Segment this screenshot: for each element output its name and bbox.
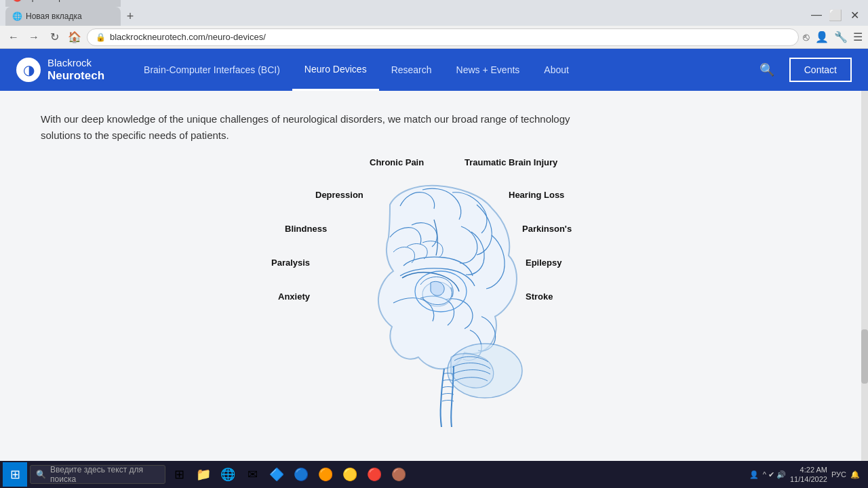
tab-label-4: Просмотр темы - С bbox=[26, 0, 102, 2]
tab-favicon-4: 🔴 bbox=[12, 0, 22, 2]
notifications-button[interactable]: 🔔 bbox=[850, 470, 860, 479]
search-placeholder: Введите здесь текст для поиска bbox=[50, 465, 159, 484]
scrollbar[interactable] bbox=[861, 91, 868, 488]
logo-icon: ◑ bbox=[16, 58, 41, 82]
explorer-icon[interactable]: 📁 bbox=[193, 464, 214, 485]
nav-item-bci[interactable]: Brain-Computer Interfaces (BCI) bbox=[132, 49, 292, 91]
nav-item-research[interactable]: Research bbox=[379, 49, 444, 91]
extensions-icon[interactable]: 🔧 bbox=[834, 30, 848, 43]
url-bar[interactable]: 🔒 blackrockneurotech.com/neuro-devices/ bbox=[87, 28, 799, 46]
browser-icon[interactable]: 🌐 bbox=[217, 464, 239, 485]
brain-illustration bbox=[302, 171, 559, 428]
close-button[interactable]: ✕ bbox=[846, 9, 863, 22]
profile-icon[interactable]: 👤 bbox=[815, 30, 829, 43]
browser-tab-4[interactable]: 🔴 Просмотр темы - С ✕ bbox=[5, 0, 121, 7]
condition-chronic-pain: Chronic Pain bbox=[370, 157, 424, 167]
nav-item-neuro-devices[interactable]: Neuro Devices bbox=[292, 49, 379, 91]
forward-button[interactable]: → bbox=[26, 31, 42, 43]
vs-icon[interactable]: 🔷 bbox=[266, 464, 288, 485]
app3-icon[interactable]: 🔴 bbox=[363, 464, 385, 485]
toolbar-icons: ⎋ 👤 🔧 ☰ bbox=[803, 30, 863, 43]
website-content: ◑ Blackrock Neurotech Brain-Computer Int… bbox=[0, 49, 868, 488]
share-icon[interactable]: ⎋ bbox=[803, 31, 810, 43]
tabs-container: 🌐 Internet Multi-Sear... ✕🔵 Blackrock Ne… bbox=[5, 4, 808, 26]
nav-item-about[interactable]: About bbox=[532, 49, 581, 91]
logo[interactable]: ◑ Blackrock Neurotech bbox=[16, 57, 104, 83]
home-button[interactable]: 🏠 bbox=[66, 30, 83, 43]
scrollbar-thumb[interactable] bbox=[861, 329, 868, 384]
taskview-icon[interactable]: ⊞ bbox=[168, 464, 190, 485]
taskbar-search[interactable]: 🔍 Введите здесь текст для поиска bbox=[30, 465, 165, 484]
lock-icon: 🔒 bbox=[96, 33, 106, 42]
system-icons: ^ ✔ 🔊 bbox=[763, 470, 786, 479]
nav-item-news-events[interactable]: News + Events bbox=[444, 49, 532, 91]
tab-label-5: Новая вкладка bbox=[26, 12, 114, 21]
notification-icon[interactable]: 👤 bbox=[749, 470, 759, 479]
ie-icon[interactable]: 🔵 bbox=[290, 464, 312, 485]
brain-diagram-area: Chronic Pain Traumatic Brain Injury Depr… bbox=[41, 157, 827, 428]
main-content: With our deep knowledge of the unique ch… bbox=[0, 91, 868, 488]
search-icon: 🔍 bbox=[36, 470, 46, 479]
menu-icon[interactable]: ☰ bbox=[853, 30, 863, 43]
app1-icon[interactable]: 🟠 bbox=[315, 464, 336, 485]
taskbar-time: 4:22 AM 11/14/2022 bbox=[790, 465, 827, 485]
app4-icon[interactable]: 🟤 bbox=[388, 464, 410, 485]
site-navigation: ◑ Blackrock Neurotech Brain-Computer Int… bbox=[0, 49, 868, 91]
start-button[interactable]: ⊞ bbox=[3, 462, 27, 487]
mail-icon[interactable]: ✉ bbox=[241, 464, 263, 485]
back-button[interactable]: ← bbox=[5, 31, 22, 43]
address-bar: ← → ↻ 🏠 🔒 blackrockneurotech.com/neuro-d… bbox=[0, 26, 868, 49]
contact-button[interactable]: Contact bbox=[789, 58, 852, 82]
app2-icon[interactable]: 🟡 bbox=[339, 464, 361, 485]
tab-bar: 🌐 Internet Multi-Sear... ✕🔵 Blackrock Ne… bbox=[0, 0, 868, 26]
browser-tab-5[interactable]: 🌐 Новая вкладка bbox=[5, 7, 121, 26]
nav-links: Brain-Computer Interfaces (BCI) Neuro De… bbox=[132, 49, 750, 91]
browser-window: 🌐 Internet Multi-Sear... ✕🔵 Blackrock Ne… bbox=[0, 0, 868, 488]
minimize-button[interactable]: — bbox=[808, 9, 825, 21]
new-tab-button[interactable]: + bbox=[121, 7, 140, 26]
refresh-button[interactable]: ↻ bbox=[46, 30, 62, 43]
language-indicator[interactable]: РУС bbox=[831, 470, 846, 479]
maximize-button[interactable]: ⬜ bbox=[827, 9, 844, 22]
window-controls: — ⬜ ✕ bbox=[808, 9, 863, 22]
intro-text: With our deep knowledge of the unique ch… bbox=[41, 111, 583, 144]
logo-text: Blackrock Neurotech bbox=[47, 57, 104, 83]
brain-wrapper: Chronic Pain Traumatic Brain Injury Depr… bbox=[264, 157, 604, 428]
tab-favicon-5: 🌐 bbox=[12, 12, 22, 21]
taskbar: ⊞ 🔍 Введите здесь текст для поиска ⊞ 📁 🌐… bbox=[0, 461, 868, 488]
condition-tbi: Traumatic Brain Injury bbox=[465, 157, 557, 167]
url-text: blackrockneurotech.com/neuro-devices/ bbox=[110, 32, 266, 42]
taskbar-right: 👤 ^ ✔ 🔊 4:22 AM 11/14/2022 РУС 🔔 bbox=[749, 465, 865, 485]
tab-close-4[interactable]: ✕ bbox=[106, 0, 114, 3]
search-icon[interactable]: 🔍 bbox=[750, 62, 784, 77]
